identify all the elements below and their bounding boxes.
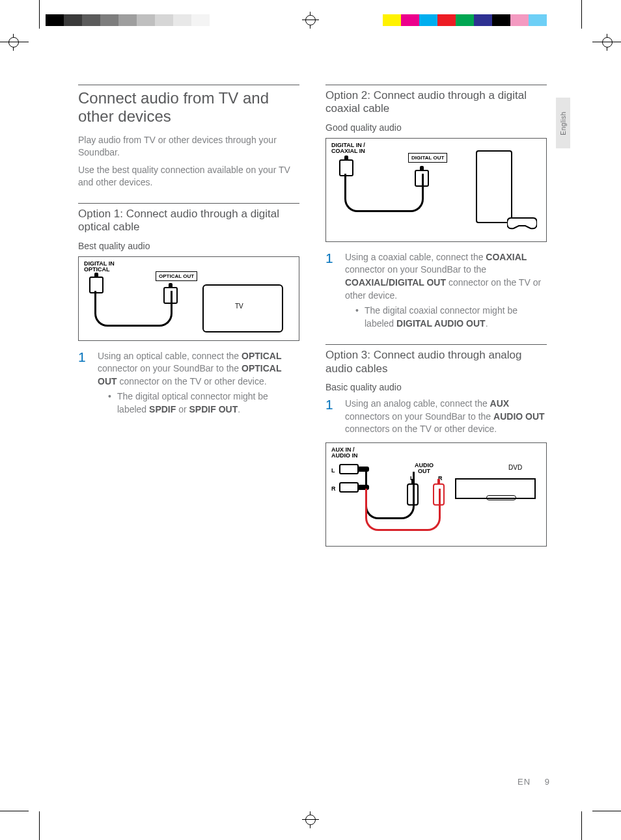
step-item: Using an optical cable, connect the OPTI… (78, 350, 299, 416)
language-tab-label: English (560, 111, 567, 135)
registration-mark-icon (302, 811, 319, 828)
option-3-quality: Basic quality audio (325, 382, 547, 392)
intro-paragraph: Play audio from TV or other devices thro… (78, 134, 299, 159)
gamepad-icon (507, 215, 537, 230)
column-left: Connect audio from TV and other devices … (78, 85, 299, 547)
intro-paragraph: Use the best quality connection availabl… (78, 164, 299, 189)
step-item: Using a coaxial cable, connect the COAXI… (325, 251, 547, 331)
aux-jack-icon (339, 482, 359, 493)
diagram-label-out: OPTICAL OUT (156, 271, 197, 281)
crop-line (0, 811, 29, 811)
diagram-coaxial: DIGITAL IN / COAXIAL IN DIGITAL OUT (325, 138, 547, 242)
cable-icon (344, 174, 424, 212)
crop-line (39, 0, 40, 29)
column-right: Option 2: Connect audio through a digita… (325, 85, 547, 547)
diagram-label-in: AUX IN / AUDIO IN (331, 447, 358, 459)
manual-page: English Connect audio from TV and other … (0, 0, 621, 840)
diagram-label-out: DIGITAL OUT (408, 153, 447, 163)
diagram-device-label: DVD (508, 464, 522, 471)
option-1-title: Option 1: Connect audio through a digita… (78, 203, 299, 234)
page-footer: EN 9 (518, 777, 549, 787)
diagram-label-out: AUDIO OUT (415, 463, 434, 474)
step-notes: The digital optical connector might be l… (98, 390, 299, 416)
step-notes: The digital coaxial connector might be l… (345, 305, 547, 330)
registration-mark-icon (302, 12, 319, 29)
disc-tray-icon (486, 495, 516, 500)
diagram-label-in: DIGITAL IN / COAXIAL IN (331, 142, 365, 154)
diagram-label-in: DIGITAL IN OPTICAL (84, 261, 115, 273)
crop-line (39, 811, 40, 840)
diagram-optical: DIGITAL IN OPTICAL OPTICAL OUT TV (78, 256, 299, 341)
registration-mark-icon (599, 34, 616, 51)
crop-line (592, 811, 621, 811)
footer-lang: EN (518, 777, 531, 787)
option-3-steps: Using an analog cable, connect the AUX c… (325, 398, 547, 436)
crop-line (581, 0, 582, 29)
option-2-steps: Using a coaxial cable, connect the COAXI… (325, 251, 547, 331)
console-icon (476, 150, 512, 223)
aux-jack-icon (339, 464, 359, 474)
diagram-device-label: TV (235, 303, 243, 310)
diagram-analog: AUX IN / AUDIO IN L R AUDIO OUT L R DVD (325, 442, 547, 547)
cable-icon (94, 291, 172, 327)
cable-red-icon (365, 489, 441, 531)
diagram-label-l: L (331, 468, 335, 474)
option-2-title: Option 2: Connect audio through a digita… (325, 85, 547, 116)
content-columns: Connect audio from TV and other devices … (78, 85, 547, 547)
section-title: Connect audio from TV and other devices (78, 85, 299, 125)
option-1-quality: Best quality audio (78, 241, 299, 251)
crop-line (581, 811, 582, 840)
option-1-steps: Using an optical cable, connect the OPTI… (78, 350, 299, 416)
option-3-title: Option 3: Connect audio through analog a… (325, 344, 547, 375)
diagram-label-r: R (331, 486, 336, 492)
step-item: Using an analog cable, connect the AUX c… (325, 398, 547, 436)
language-tab: English (556, 98, 570, 148)
note-item: The digital optical connector might be l… (108, 390, 299, 416)
footer-page-number: 9 (545, 777, 549, 787)
note-item: The digital coaxial connector might be l… (355, 305, 547, 330)
registration-mark-icon (5, 34, 22, 51)
option-2-quality: Good quality audio (325, 122, 547, 133)
